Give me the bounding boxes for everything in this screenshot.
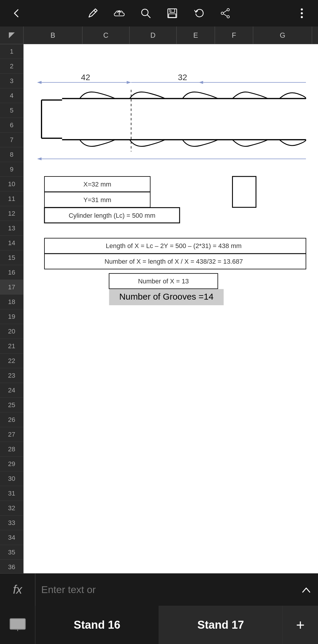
row-num-22[interactable]: 22 xyxy=(0,354,23,368)
pencil-icon[interactable] xyxy=(85,6,100,21)
row-num-31[interactable]: 31 xyxy=(0,486,23,501)
svg-point-12 xyxy=(301,16,303,18)
column-headers: B C D E F G xyxy=(0,27,318,44)
row-num-23[interactable]: 23 xyxy=(0,368,23,383)
formula-input[interactable] xyxy=(35,584,294,595)
svg-point-0 xyxy=(142,9,148,16)
row-num-7[interactable]: 7 xyxy=(0,133,23,147)
svg-rect-2 xyxy=(170,9,175,12)
row-num-21[interactable]: 21 xyxy=(0,339,23,354)
svg-point-7 xyxy=(227,16,229,18)
rows-area: 1234567891011121314151617181920212223242… xyxy=(0,44,318,573)
row-numbers: 1234567891011121314151617181920212223242… xyxy=(0,44,24,573)
svg-rect-3 xyxy=(169,14,176,17)
row-num-12[interactable]: 12 xyxy=(0,206,23,221)
svg-text:Number of X = 13: Number of X = 13 xyxy=(138,278,189,285)
tab-screen-icon xyxy=(0,606,35,644)
row-num-8[interactable]: 8 xyxy=(0,147,23,162)
row-num-25[interactable]: 25 xyxy=(0,398,23,412)
row-num-16[interactable]: 16 xyxy=(0,265,23,280)
row-num-2[interactable]: 2 xyxy=(0,59,23,74)
row-num-32[interactable]: 32 xyxy=(0,501,23,516)
undo-icon[interactable] xyxy=(191,6,206,21)
row-num-26[interactable]: 26 xyxy=(0,412,23,427)
row-num-9[interactable]: 9 xyxy=(0,162,23,177)
row-num-11[interactable]: 11 xyxy=(0,191,23,206)
row-num-5[interactable]: 5 xyxy=(0,103,23,118)
col-header-b[interactable]: B xyxy=(24,27,82,44)
corner-cell xyxy=(0,27,24,44)
row-num-14[interactable]: 14 xyxy=(0,236,23,250)
col-header-f[interactable]: F xyxy=(215,27,253,44)
row-num-20[interactable]: 20 xyxy=(0,324,23,339)
tab-add-button[interactable]: + xyxy=(283,606,318,644)
svg-text:Length of X = Lc – 2Y = 500 – : Length of X = Lc – 2Y = 500 – (2*31) = 4… xyxy=(106,242,241,250)
svg-text:Y=31 mm: Y=31 mm xyxy=(83,196,111,204)
row-num-24[interactable]: 24 xyxy=(0,383,23,398)
row-num-4[interactable]: 4 xyxy=(0,88,23,103)
svg-marker-18 xyxy=(199,81,203,84)
row-num-1[interactable]: 1 xyxy=(0,44,23,59)
svg-text:32: 32 xyxy=(178,73,187,82)
formula-chevron-icon[interactable] xyxy=(294,584,318,596)
svg-text:Number of X = length of X / X : Number of X = length of X / X = 438/32 =… xyxy=(105,258,243,265)
search-icon[interactable] xyxy=(138,6,153,21)
svg-marker-13 xyxy=(9,32,15,38)
cloud-upload-icon[interactable] xyxy=(112,6,127,21)
more-options-icon[interactable] xyxy=(294,6,309,21)
share-icon[interactable] xyxy=(218,6,233,21)
row-num-36[interactable]: 36 xyxy=(0,560,23,573)
svg-text:Number of Grooves =14: Number of Grooves =14 xyxy=(119,292,213,301)
row-num-33[interactable]: 33 xyxy=(0,516,23,530)
svg-line-8 xyxy=(223,10,227,13)
row-num-19[interactable]: 19 xyxy=(0,309,23,324)
content-area[interactable]: 42 32 xyxy=(24,44,318,573)
row-num-28[interactable]: 28 xyxy=(0,442,23,457)
row-num-15[interactable]: 15 xyxy=(0,250,23,265)
col-header-g[interactable]: G xyxy=(253,27,312,44)
svg-rect-36 xyxy=(233,176,256,207)
svg-marker-16 xyxy=(127,81,131,84)
svg-point-11 xyxy=(301,12,303,14)
svg-point-5 xyxy=(227,9,229,11)
svg-point-10 xyxy=(301,9,303,11)
svg-text:Cylinder length (Lc) = 500 mm: Cylinder length (Lc) = 500 mm xyxy=(69,212,155,219)
toolbar xyxy=(0,0,318,27)
svg-marker-15 xyxy=(37,81,42,84)
svg-rect-45 xyxy=(10,619,25,629)
svg-marker-29 xyxy=(37,157,42,160)
svg-text:42: 42 xyxy=(81,73,90,82)
back-button[interactable] xyxy=(9,6,24,21)
formula-bar: fx xyxy=(0,573,318,606)
svg-text:X=32 mm: X=32 mm xyxy=(83,181,111,188)
row-num-35[interactable]: 35 xyxy=(0,545,23,560)
tab-stand17[interactable]: Stand 17 xyxy=(159,606,283,644)
row-num-6[interactable]: 6 xyxy=(0,118,23,133)
save-icon[interactable] xyxy=(165,6,180,21)
row-num-30[interactable]: 30 xyxy=(0,471,23,486)
col-header-d[interactable]: D xyxy=(130,27,177,44)
tab-stand16[interactable]: Stand 16 xyxy=(35,606,159,644)
formula-fx-label: fx xyxy=(0,574,35,606)
row-num-27[interactable]: 27 xyxy=(0,427,23,442)
bottom-tabs: Stand 16 Stand 17 + xyxy=(0,606,318,644)
col-header-e[interactable]: E xyxy=(177,27,215,44)
row-num-10[interactable]: 10 xyxy=(0,177,23,191)
row-num-13[interactable]: 13 xyxy=(0,221,23,236)
svg-rect-1 xyxy=(168,9,177,18)
row-num-18[interactable]: 18 xyxy=(0,295,23,309)
col-header-c[interactable]: C xyxy=(82,27,130,44)
row-num-34[interactable]: 34 xyxy=(0,530,23,545)
spreadsheet: B C D E F G 1234567891011121314151617181… xyxy=(0,27,318,573)
svg-line-9 xyxy=(223,14,227,16)
row-num-3[interactable]: 3 xyxy=(0,74,23,88)
row-num-17[interactable]: 17 xyxy=(0,280,23,295)
svg-point-6 xyxy=(221,12,223,14)
row-num-29[interactable]: 29 xyxy=(0,457,23,471)
